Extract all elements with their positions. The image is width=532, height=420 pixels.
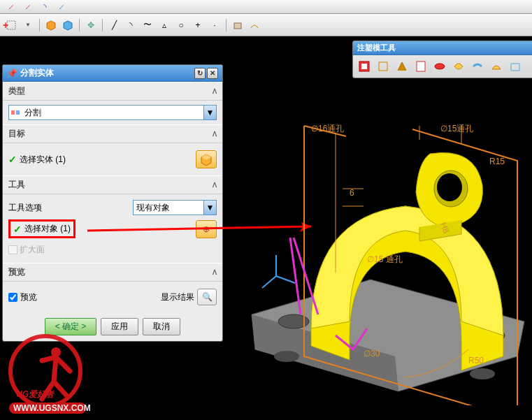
- box-icon[interactable]: [231, 19, 244, 31]
- svg-point-21: [470, 368, 495, 379]
- mold-tool-9-icon[interactable]: [507, 58, 524, 75]
- mold-tool-3-icon[interactable]: [394, 58, 410, 75]
- mold-tool-8-icon[interactable]: [488, 58, 505, 75]
- mold-tools-icons: [353, 55, 532, 78]
- reset-button[interactable]: ↻: [194, 68, 206, 79]
- svg-point-23: [437, 173, 462, 201]
- tool-fragment-icon[interactable]: ⟋: [55, 1, 68, 13]
- show-result-button[interactable]: 🔍: [197, 289, 217, 305]
- mold-tool-1-icon[interactable]: [356, 58, 373, 75]
- close-button[interactable]: ✕: [207, 68, 218, 79]
- svg-rect-5: [361, 64, 367, 69]
- dropdown-arrow-icon[interactable]: ▼: [22, 19, 34, 31]
- preview-checkbox[interactable]: [8, 293, 17, 302]
- mold-tool-7-icon[interactable]: [469, 58, 486, 75]
- svg-text:UG爱好者: UG爱好者: [16, 389, 55, 399]
- cube-orange-icon[interactable]: [45, 19, 57, 31]
- line-icon[interactable]: ╱: [108, 19, 120, 31]
- plus-icon[interactable]: +: [192, 19, 204, 31]
- svg-point-20: [274, 351, 299, 362]
- origin-marker-icon: +: [3, 20, 8, 31]
- svg-marker-2: [64, 21, 72, 30]
- tool-option-value: 现有对象: [134, 202, 203, 214]
- svg-rect-7: [417, 61, 425, 71]
- point-up-icon[interactable]: ▵: [158, 19, 171, 31]
- svg-marker-1: [47, 21, 55, 30]
- mold-tool-2-icon[interactable]: [375, 58, 391, 75]
- dropdown-arrow-icon: ▼: [203, 201, 216, 215]
- collapse-icon[interactable]: ᐱ: [213, 182, 217, 189]
- section-tool-header[interactable]: 工具 ᐱ: [3, 175, 222, 194]
- cancel-button[interactable]: 取消: [143, 318, 180, 335]
- svg-point-8: [435, 64, 445, 69]
- svg-rect-10: [11, 110, 15, 115]
- toolbar-row-1: ⟋ ⟋ ◝ ⟋: [0, 0, 532, 14]
- csys-icon: [262, 255, 295, 288]
- section-type-label: 类型: [8, 85, 25, 97]
- mold-tool-6-icon[interactable]: [450, 58, 467, 75]
- svg-text:∅30: ∅30: [364, 349, 380, 359]
- target-icon[interactable]: ⊕: [196, 220, 217, 238]
- model-scene: ∅16通孔 ∅15通孔 R15 6 H8 ∅15 通孔 R50 ∅30: [245, 98, 532, 405]
- solid-body-icon[interactable]: [196, 150, 217, 168]
- curve-icon[interactable]: 〜: [141, 19, 154, 31]
- mold-tool-4-icon[interactable]: [412, 58, 429, 75]
- collapse-icon[interactable]: ᐱ: [213, 131, 217, 138]
- select-body-label: 选择实体 (1): [20, 154, 66, 166]
- svg-text:R15: R15: [489, 157, 505, 166]
- dialog-titlebar: 📌 分割实体 ↻ ✕: [3, 65, 222, 82]
- check-icon: ✓: [8, 154, 17, 165]
- deform-icon[interactable]: [248, 19, 261, 31]
- circle-icon[interactable]: ○: [175, 19, 187, 31]
- apply-button[interactable]: 应用: [101, 318, 138, 335]
- select-object-label: 选择对象 (1): [24, 223, 71, 235]
- svg-rect-11: [16, 110, 20, 115]
- mold-tools-title: 注塑模工具: [353, 41, 532, 55]
- section-tool-label: 工具: [8, 179, 25, 191]
- type-dropdown[interactable]: 分割 ▼: [8, 105, 217, 120]
- dialog-title-text: 分割实体: [20, 67, 54, 79]
- pin-icon[interactable]: 📌: [7, 68, 17, 78]
- tool-fragment-icon[interactable]: ⟋: [22, 1, 34, 13]
- dropdown-arrow-icon: ▼: [203, 106, 216, 120]
- move-icon[interactable]: ✥: [85, 19, 97, 31]
- section-target-label: 目标: [8, 128, 25, 140]
- svg-text:R50: R50: [468, 356, 484, 365]
- mold-tool-5-icon[interactable]: [431, 58, 448, 75]
- preview-checkbox-label: 预览: [20, 291, 37, 303]
- svg-text:WWW.UGSNX.COM: WWW.UGSNX.COM: [13, 403, 91, 413]
- expand-face-option: 扩大面: [8, 241, 217, 259]
- svg-text:6: 6: [350, 188, 354, 198]
- highlighted-select-object: ✓ 选择对象 (1): [8, 219, 76, 238]
- collapse-icon[interactable]: ᐱ: [213, 269, 217, 276]
- tool-option-label: 工具选项: [8, 202, 42, 214]
- mold-tools-toolbar: 注塑模工具: [352, 41, 532, 78]
- section-preview-header[interactable]: 预览 ᐱ: [3, 263, 222, 282]
- split-type-icon: [9, 108, 22, 117]
- tool-option-row: 工具选项 现有对象 ▼: [8, 198, 217, 217]
- section-preview-label: 预览: [8, 266, 25, 278]
- svg-text:∅15 通孔: ∅15 通孔: [367, 254, 403, 264]
- svg-line-29: [262, 276, 276, 288]
- collapse-icon[interactable]: ᐱ: [213, 88, 217, 95]
- tool-fragment-icon[interactable]: ◝: [38, 1, 51, 13]
- svg-text:∅15通孔: ∅15通孔: [440, 124, 473, 133]
- watermark-logo: UG爱好者 WWW.UGSNX.COM: [3, 333, 94, 417]
- svg-rect-3: [234, 23, 241, 29]
- split-body-dialog: 📌 分割实体 ↻ ✕ 类型 ᐱ 分割 ▼ 目标 ᐱ: [2, 64, 223, 342]
- section-type-header[interactable]: 类型 ᐱ: [3, 82, 222, 101]
- select-body-row[interactable]: ✓ 选择实体 (1): [8, 147, 217, 171]
- section-target-header[interactable]: 目标 ᐱ: [3, 124, 222, 143]
- tool-option-dropdown[interactable]: 现有对象 ▼: [133, 200, 217, 215]
- type-value: 分割: [22, 107, 203, 119]
- select-object-row[interactable]: ✓ 选择对象 (1) ⊕: [8, 217, 217, 241]
- svg-text:∅16通孔: ∅16通孔: [311, 124, 344, 133]
- cube-blue-icon[interactable]: [62, 19, 74, 31]
- arc-icon[interactable]: ◝: [124, 19, 137, 31]
- tool-fragment-icon[interactable]: ⟋: [5, 1, 17, 13]
- show-result-label: 显示结果: [161, 291, 194, 303]
- svg-rect-6: [379, 62, 387, 71]
- svg-line-28: [276, 276, 295, 283]
- toolbar-row-2: ▼ ✥ ╱ ◝ 〜 ▵ ○ + ·: [0, 14, 532, 36]
- point-icon[interactable]: ·: [208, 19, 221, 31]
